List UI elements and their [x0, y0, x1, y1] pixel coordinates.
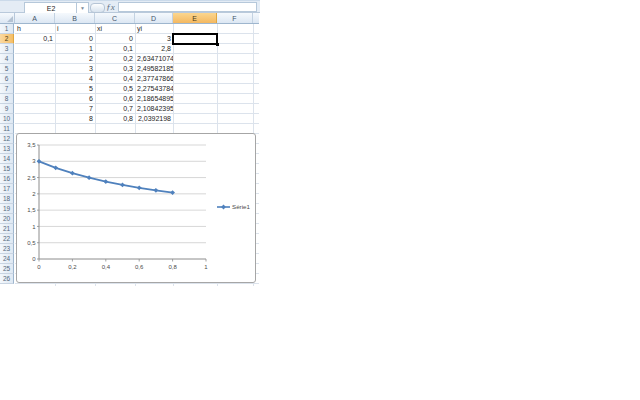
row-header-20[interactable]: 20: [0, 214, 14, 224]
row-header-15[interactable]: 15: [0, 164, 14, 174]
cell-D10[interactable]: 2,0392198: [135, 114, 173, 124]
cell-C7[interactable]: 0,5: [95, 84, 135, 94]
x-tick-label: 0,2: [68, 264, 77, 270]
row-header-24[interactable]: 24: [0, 254, 14, 264]
row-header-19[interactable]: 19: [0, 204, 14, 214]
cell-D7[interactable]: 2,27543784: [135, 84, 173, 94]
column-header-D[interactable]: D: [135, 13, 173, 23]
y-tick-label: 1: [32, 224, 36, 230]
cell-B2[interactable]: 0: [55, 34, 95, 44]
cell-D2[interactable]: 3: [135, 34, 173, 44]
cell-C10[interactable]: 0,8: [95, 114, 135, 124]
x-tick-label: 0,4: [102, 264, 111, 270]
row-header-3[interactable]: 3: [0, 44, 14, 54]
cell-B6[interactable]: 4: [55, 74, 95, 84]
data-point-marker: [53, 165, 58, 170]
data-point-marker: [103, 179, 108, 184]
cell-D6[interactable]: 2,37747866: [135, 74, 173, 84]
row-header-11[interactable]: 11: [0, 124, 14, 134]
row-header-7[interactable]: 7: [0, 84, 14, 94]
cell-C3[interactable]: 0,1: [95, 44, 135, 54]
cell-B10[interactable]: 8: [55, 114, 95, 124]
cell-B4[interactable]: 2: [55, 54, 95, 64]
row-header-25[interactable]: 25: [0, 264, 14, 274]
row-header-14[interactable]: 14: [0, 154, 14, 164]
line-chart-svg: 00,511,522,533,500,20,40,60,81Série1: [17, 134, 255, 282]
cell-C8[interactable]: 0,6: [95, 94, 135, 104]
formula-bar-divider: [90, 3, 105, 13]
data-point-marker: [37, 159, 42, 164]
y-tick-label: 1,5: [27, 207, 36, 213]
cell-B9[interactable]: 7: [55, 104, 95, 114]
fill-handle[interactable]: [216, 43, 219, 46]
row-header-16[interactable]: 16: [0, 174, 14, 184]
insert-function-icon[interactable]: ƒx: [104, 1, 117, 13]
data-point-marker: [87, 175, 92, 180]
row-header-10[interactable]: 10: [0, 114, 14, 124]
cell-C6[interactable]: 0,4: [95, 74, 135, 84]
row-header-23[interactable]: 23: [0, 244, 14, 254]
data-point-marker: [221, 205, 226, 210]
row-header-1[interactable]: 1: [0, 24, 14, 34]
data-point-marker: [120, 182, 125, 187]
cell-B7[interactable]: 5: [55, 84, 95, 94]
row-header-9[interactable]: 9: [0, 104, 14, 114]
x-tick-label: 0: [37, 264, 41, 270]
row-header-17[interactable]: 17: [0, 184, 14, 194]
y-tick-label: 2: [32, 191, 36, 197]
cell-D9[interactable]: 2,10842395: [135, 104, 173, 114]
screenshot-canvas: E2 ▼ ƒx ABCDEF 1234567891011121314151617…: [0, 0, 640, 400]
data-point-marker: [154, 188, 159, 193]
x-tick-label: 0,6: [135, 264, 144, 270]
cell-B3[interactable]: 1: [55, 44, 95, 54]
selected-cell-outline[interactable]: [172, 33, 218, 45]
cell-C9[interactable]: 0,7: [95, 104, 135, 114]
y-tick-label: 2,5: [27, 175, 36, 181]
cell-D5[interactable]: 2,49582185: [135, 64, 173, 74]
row-header-21[interactable]: 21: [0, 224, 14, 234]
cell-C1[interactable]: xi: [95, 24, 135, 34]
row-header-2[interactable]: 2: [0, 34, 14, 44]
row-header-5[interactable]: 5: [0, 64, 14, 74]
row-header-12[interactable]: 12: [0, 134, 14, 144]
row-header-13[interactable]: 13: [0, 144, 14, 154]
column-headers: ABCDEF: [0, 13, 259, 24]
row-header-18[interactable]: 18: [0, 194, 14, 204]
y-tick-label: 0,5: [27, 240, 36, 246]
select-all-corner[interactable]: [0, 13, 15, 24]
cell-D8[interactable]: 2,18654895: [135, 94, 173, 104]
series-line[interactable]: [39, 161, 173, 192]
cell-C4[interactable]: 0,2: [95, 54, 135, 64]
row-header-26[interactable]: 26: [0, 274, 14, 284]
cell-B1[interactable]: i: [55, 24, 95, 34]
cell-D4[interactable]: 2,63471074: [135, 54, 173, 64]
cell-A2[interactable]: 0,1: [15, 34, 55, 44]
cell-D1[interactable]: yi: [135, 24, 173, 34]
row-header-22[interactable]: 22: [0, 234, 14, 244]
name-box-value: E2: [47, 5, 56, 12]
column-header-C[interactable]: C: [95, 13, 135, 23]
formula-input[interactable]: [118, 2, 257, 12]
cell-A1[interactable]: h: [15, 24, 55, 34]
cell-C5[interactable]: 0,3: [95, 64, 135, 74]
x-tick-label: 1: [204, 264, 208, 270]
cell-D3[interactable]: 2,8: [135, 44, 173, 54]
legend-label: Série1: [232, 203, 250, 210]
cell-C2[interactable]: 0: [95, 34, 135, 44]
y-tick-label: 0: [32, 256, 36, 262]
row-header-4[interactable]: 4: [0, 54, 14, 64]
embedded-chart[interactable]: 00,511,522,533,500,20,40,60,81Série1: [16, 133, 256, 283]
row-header-8[interactable]: 8: [0, 94, 14, 104]
data-point-marker: [137, 185, 142, 190]
row-header-6[interactable]: 6: [0, 74, 14, 84]
cell-B5[interactable]: 3: [55, 64, 95, 74]
x-tick-label: 0,8: [168, 264, 177, 270]
column-header-A[interactable]: A: [15, 13, 55, 23]
y-tick-label: 3,5: [27, 142, 36, 148]
data-point-marker: [170, 190, 175, 195]
column-header-F[interactable]: F: [217, 13, 253, 23]
cell-B8[interactable]: 6: [55, 94, 95, 104]
formula-bar: E2 ▼ ƒx: [0, 0, 260, 13]
column-header-B[interactable]: B: [55, 13, 95, 23]
column-header-E[interactable]: E: [173, 13, 217, 23]
